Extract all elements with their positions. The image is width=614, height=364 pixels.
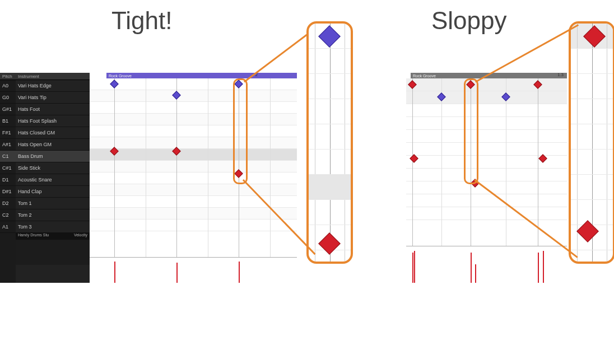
note-lane[interactable] [90,78,297,90]
timeline-marker-right: 1.3 [557,72,564,77]
instrument-cell[interactable]: Acoustic Snare [16,174,90,186]
instrument-cell[interactable]: Hand Clap [16,186,90,198]
note-lane[interactable] [406,194,567,207]
note-lane[interactable] [90,208,297,220]
pitch-header: Pitch [0,73,16,80]
note-lane[interactable] [90,137,297,149]
grid-line [270,78,271,258]
instrument-cell[interactable]: Tom 1 [16,198,90,209]
pitch-cell[interactable]: F#1 [0,127,16,139]
piano-roll-right[interactable]: Rock Groove 1.3 [406,73,567,283]
pitch-cell[interactable]: D1 [0,174,16,186]
pitch-cell[interactable]: B1 [0,115,16,127]
pitch-cell[interactable]: A#1 [0,139,16,151]
velocity-bar[interactable] [414,251,415,283]
instrument-column: Instrument Vari Hats EdgeVari Hats TipHa… [16,73,90,283]
velocity-bar[interactable] [471,253,472,283]
note-lane[interactable] [406,78,567,91]
zoom-callout-left [306,21,353,264]
instrument-cell[interactable]: Tom 3 [16,221,90,233]
note-lane[interactable] [90,161,297,172]
editor-right: Rock Groove 1.3 [406,73,567,283]
instrument-cell[interactable]: Vari Hats Tip [16,92,90,104]
footer-left: Handy Drums Stu [18,233,49,240]
velocity-bar[interactable] [114,262,115,283]
instrument-cell[interactable]: Hats Foot [16,104,90,115]
instrument-cell[interactable]: Hats Foot Splash [16,115,90,127]
grid-line [114,78,115,258]
note-lane[interactable] [406,91,567,104]
note-lane[interactable] [406,104,567,117]
instrument-rows: Vari Hats EdgeVari Hats TipHats FootHats… [16,80,90,233]
pitch-cell[interactable]: G#1 [0,104,16,115]
pitch-cell[interactable]: D2 [0,198,16,209]
editor-left: Pitch A0G0G#1B1F#1A#1C1C#1D1D#1D2C2A1 In… [0,73,297,283]
pitch-cell[interactable]: A1 [0,221,16,233]
footer-right: Velocity [74,233,87,240]
pitch-column: Pitch A0G0G#1B1F#1A#1C1C#1D1D#1D2C2A1 [0,73,16,283]
note-lane[interactable] [90,90,297,102]
note-lane[interactable] [90,149,297,161]
clip-name: Rock Groove [109,74,132,78]
velocity-bar[interactable] [412,253,413,283]
note-lane[interactable] [406,117,567,130]
footer-bar: Handy Drums Stu Velocity [16,233,90,240]
pitch-cell[interactable]: C1 [0,151,16,162]
note-lane[interactable] [90,220,297,231]
instrument-cell[interactable]: Hats Open GM [16,139,90,151]
grid-line [441,78,442,258]
pitch-cell[interactable]: C2 [0,209,16,221]
instrument-cell[interactable]: Tom 2 [16,209,90,221]
pitch-cell[interactable]: D#1 [0,186,16,198]
grid-line [506,78,506,258]
instrument-header: Instrument [16,73,90,80]
pitch-rows: A0G0G#1B1F#1A#1C1C#1D1D#1D2C2A1 [0,80,16,233]
velocity-bar[interactable] [538,253,539,283]
velocity-bar[interactable] [176,263,178,283]
note-lane[interactable] [90,102,297,114]
note-lane[interactable] [406,169,567,181]
note-lane[interactable] [90,114,297,125]
grid-line [146,78,146,258]
note-lane[interactable] [90,125,297,137]
pitch-cell[interactable]: G0 [0,92,16,104]
note-lane[interactable] [406,207,567,220]
title-tight: Tight! [111,7,172,35]
title-sloppy: Sloppy [431,7,507,35]
zoom-callout-right [569,21,614,264]
highlight-region-left [233,78,248,184]
instrument-cell[interactable]: Hats Closed GM [16,127,90,139]
clip-header-left[interactable]: Rock Groove [106,73,297,78]
velocity-bar[interactable] [543,251,544,283]
instrument-cell[interactable]: Bass Drum [16,151,90,162]
clip-name: Rock Groove [413,74,436,78]
highlight-region-right [464,78,478,184]
velocity-bar[interactable] [475,264,476,283]
note-lane[interactable] [406,130,567,143]
note-lane[interactable] [90,184,297,196]
instrument-cell[interactable]: Vari Hats Edge [16,80,90,92]
grid-line [412,78,413,258]
instrument-cell[interactable]: Side Stick [16,162,90,174]
velocity-lane-left[interactable] [90,257,297,283]
pitch-cell[interactable]: A0 [0,80,16,92]
grid-line [208,78,208,258]
note-lane[interactable] [90,172,297,184]
piano-roll-left[interactable]: Rock Groove 2 [90,73,297,283]
grid-line [538,78,538,258]
velocity-lane-right[interactable] [406,246,567,283]
velocity-bar[interactable] [239,262,240,283]
grid-line [176,78,177,258]
pitch-cell[interactable]: C#1 [0,162,16,174]
